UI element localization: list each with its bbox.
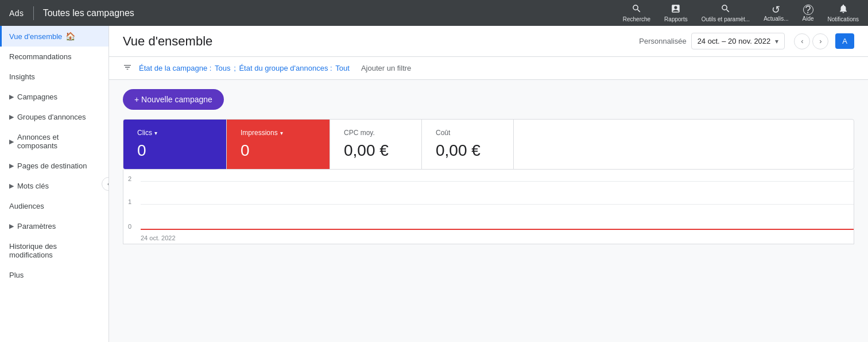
- reports-icon: [671, 3, 681, 16]
- help-icon: ?: [803, 5, 813, 15]
- sidebar-item-mots-cles[interactable]: ▶ Mots clés: [0, 176, 108, 196]
- content-area: Vue d'ensemble Personnalisée 24 oct. – 2…: [109, 26, 868, 342]
- sidebar-item-pages-destination[interactable]: ▶ Pages de destination: [0, 156, 108, 176]
- chart-zero-line: [141, 229, 854, 230]
- stat-cpc-value: 0,00 €: [344, 141, 408, 160]
- stat-cout-value: 0,00 €: [436, 141, 499, 160]
- stat-cpc-label: CPC moy.: [344, 129, 408, 137]
- notifications-label: Notifications: [828, 17, 859, 22]
- sidebar-item-label: Vue d'ensemble: [9, 32, 62, 41]
- search-label: Recherche: [623, 17, 650, 22]
- chart-area: 2 1 0 24 oct. 2022: [123, 170, 854, 244]
- sidebar-item-label: Groupes d'annonces: [17, 113, 86, 121]
- sidebar-item-historique-modifications[interactable]: Historique des modifications: [0, 236, 108, 265]
- help-label: Aide: [803, 16, 814, 22]
- filter-icon: [123, 63, 132, 74]
- filter-campaign-state-value: Tous: [215, 64, 230, 72]
- bell-icon: [838, 3, 848, 16]
- new-campaign-bar: + Nouvelle campagne: [109, 80, 868, 119]
- sidebar-item-vue-ensemble[interactable]: Vue d'ensemble 🏠: [0, 26, 108, 47]
- stat-clics-value: 0: [137, 141, 212, 160]
- stat-impressions-value: 0: [241, 141, 316, 160]
- date-picker[interactable]: 24 oct. – 20 nov. 2022 ▾: [691, 33, 785, 49]
- stats-row: Clics ▾ 0 Impressions ▾ 0 CPC moy. 0,00 …: [123, 119, 854, 170]
- new-campaign-button[interactable]: + Nouvelle campagne: [123, 89, 224, 110]
- tools-action[interactable]: Outils et paramèt...: [702, 3, 750, 22]
- content-header: Vue d'ensemble Personnalisée 24 oct. – 2…: [109, 26, 868, 57]
- add-filter-button[interactable]: Ajouter un filtre: [356, 62, 416, 75]
- help-action[interactable]: ? Aide: [803, 5, 814, 22]
- sidebar-item-annonces-composants[interactable]: ▶ Annonces et composants: [0, 127, 108, 156]
- date-range-value: 24 oct. – 20 nov. 2022: [698, 37, 771, 45]
- chevron-right-icon: ▶: [9, 138, 14, 145]
- sidebar-item-label: Insights: [9, 72, 35, 81]
- refresh-icon: ↺: [772, 5, 780, 15]
- chart-gridline-2: [141, 181, 854, 182]
- filter-group-state-value: Tout: [335, 64, 350, 72]
- sidebar-item-groupes-annonces[interactable]: ▶ Groupes d'annonces: [0, 107, 108, 127]
- chart-x-label: 24 oct. 2022: [141, 235, 176, 241]
- dropdown-arrow-icon[interactable]: ▾: [280, 130, 283, 136]
- notifications-action[interactable]: Notifications: [828, 3, 859, 22]
- prev-date-button[interactable]: ‹: [794, 33, 810, 49]
- refresh-action[interactable]: ↺ Actualis...: [764, 5, 788, 22]
- stat-clics-label: Clics ▾: [137, 129, 212, 137]
- date-range-area: Personnalisée 24 oct. – 20 nov. 2022 ▾ ‹…: [639, 33, 854, 49]
- chevron-right-icon: ▶: [9, 162, 14, 170]
- filter-text: État de la campagne : Tous ; État du gro…: [139, 64, 350, 72]
- stat-card-cpc: CPC moy. 0,00 €: [330, 120, 422, 169]
- sidebar-item-label: Mots clés: [17, 182, 49, 190]
- filter-group-state-label: État du groupe d'annonces :: [239, 64, 332, 72]
- search-icon: [631, 3, 642, 16]
- chevron-right-icon: ▶: [9, 93, 14, 101]
- sidebar-item-label: Annonces et composants: [17, 133, 99, 150]
- date-range-label: Personnalisée: [639, 37, 686, 45]
- tools-icon: [720, 3, 731, 16]
- app-logo: Ads: [9, 9, 24, 18]
- sidebar-item-parametres[interactable]: ▶ Paramètres: [0, 216, 108, 236]
- sidebar-item-campagnes[interactable]: ▶ Campagnes: [0, 87, 108, 107]
- stat-card-impressions: Impressions ▾ 0: [227, 120, 330, 169]
- sidebar: Vue d'ensemble 🏠 Recommandations Insight…: [0, 26, 109, 342]
- chart-y-label-0: 0: [128, 223, 131, 230]
- chevron-right-icon: ▶: [9, 113, 14, 121]
- stats-area: Clics ▾ 0 Impressions ▾ 0 CPC moy. 0,00 …: [109, 119, 868, 170]
- topbar: Ads Toutes les campagnes Recherche Rappo…: [0, 0, 868, 26]
- filter-separator: ;: [234, 64, 236, 72]
- refresh-label: Actualis...: [764, 16, 788, 22]
- sidebar-item-label: Paramètres: [17, 222, 56, 230]
- sidebar-item-audiences[interactable]: Audiences: [0, 196, 108, 216]
- topbar-actions: Recherche Rapports Outils et paramèt... …: [623, 3, 859, 22]
- topbar-campaign-title: Toutes les campagnes: [43, 8, 623, 18]
- home-icon: 🏠: [65, 32, 75, 41]
- sidebar-item-recommandations[interactable]: Recommandations: [0, 47, 108, 67]
- chart-y-label-2: 2: [128, 175, 131, 182]
- sidebar-item-label: Recommandations: [9, 52, 71, 61]
- chevron-right-icon: ▶: [9, 182, 14, 190]
- filter-bar: État de la campagne : Tous ; État du gro…: [109, 57, 868, 80]
- reports-label: Rapports: [664, 17, 688, 22]
- chart-y-label-1: 1: [128, 198, 131, 205]
- tools-label: Outils et paramèt...: [702, 17, 750, 22]
- chevron-right-icon: ▶: [9, 222, 14, 230]
- sidebar-item-label: Plus: [9, 271, 24, 279]
- apply-date-button[interactable]: A: [835, 33, 854, 49]
- chart-gridline-1: [141, 204, 854, 205]
- page-title: Vue d'ensemble: [123, 34, 639, 49]
- sidebar-item-insights[interactable]: Insights: [0, 67, 108, 87]
- stat-card-cout: Coût 0,00 €: [422, 120, 514, 169]
- stat-cout-label: Coût: [436, 129, 499, 137]
- search-action[interactable]: Recherche: [623, 3, 650, 22]
- sidebar-item-label: Historique des modifications: [9, 242, 99, 259]
- chevron-down-icon: ▾: [775, 37, 778, 45]
- main-layout: Vue d'ensemble 🏠 Recommandations Insight…: [0, 26, 868, 342]
- sidebar-item-plus[interactable]: Plus: [0, 265, 108, 285]
- nav-arrows: ‹ ›: [794, 33, 828, 49]
- stat-impressions-label: Impressions ▾: [241, 129, 316, 137]
- sidebar-item-label: Audiences: [9, 202, 44, 210]
- sidebar-item-label: Campagnes: [17, 93, 57, 101]
- stat-card-clics: Clics ▾ 0: [123, 120, 227, 169]
- reports-action[interactable]: Rapports: [664, 3, 688, 22]
- next-date-button[interactable]: ›: [812, 33, 828, 49]
- dropdown-arrow-icon[interactable]: ▾: [154, 130, 157, 136]
